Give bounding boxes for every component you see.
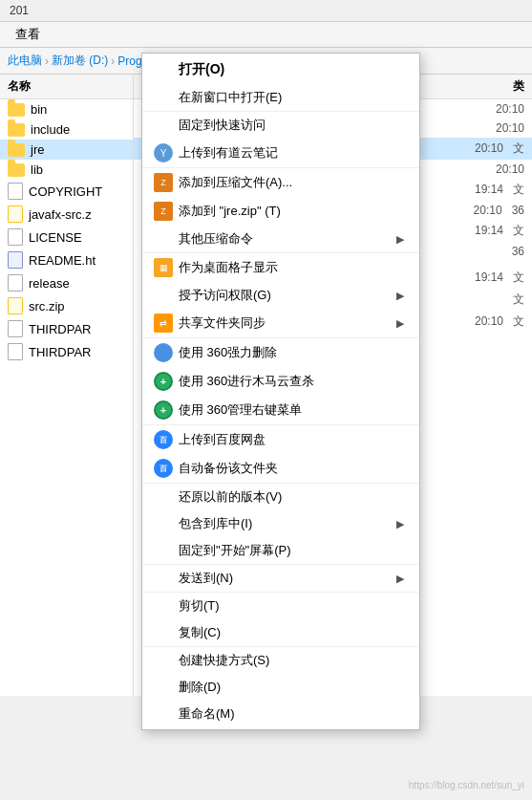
- cm-label-youdao: 上传到有道云笔记: [179, 144, 278, 162]
- cm-copy[interactable]: 复制(C): [142, 619, 419, 646]
- cm-compress-jre[interactable]: Z 添加到 "jre.zip" (T): [142, 197, 419, 226]
- cm-compress-a[interactable]: Z 添加到压缩文件(A)...: [142, 167, 419, 197]
- cm-label-rename: 重命名(M): [179, 705, 235, 723]
- compress-orange-icon: Z: [154, 173, 173, 192]
- cm-delete[interactable]: 删除(D): [142, 674, 419, 701]
- cm-pin-start[interactable]: 固定到"开始"屏幕(P): [142, 537, 419, 564]
- cm-grant-access[interactable]: 授予访问权限(G) ▶: [142, 282, 419, 309]
- cm-label-open: 打开(O): [179, 61, 224, 78]
- cm-add-to-library[interactable]: 包含到库中(I) ▶: [142, 510, 419, 537]
- cm-open[interactable]: 打开(O): [142, 55, 419, 84]
- ico-360del-icon: [154, 343, 173, 362]
- cm-label-other-compress: 其他压缩命令: [179, 230, 396, 248]
- cm-label-new-window: 在新窗口中打开(E): [179, 89, 282, 106]
- cm-rename[interactable]: 重命名(M): [142, 701, 419, 727]
- cm-360-scan[interactable]: + 使用 360进行木马云查杀: [142, 367, 419, 396]
- cm-baidu-upload[interactable]: 百 上传到百度网盘: [142, 424, 419, 454]
- cm-cut[interactable]: 剪切(T): [142, 592, 419, 619]
- arrow-icon5: ▶: [396, 573, 404, 585]
- grid-icon: ▦: [154, 258, 173, 277]
- cm-open-new-window[interactable]: 在新窗口中打开(E): [142, 84, 419, 111]
- cm-label-cut: 剪切(T): [179, 597, 220, 615]
- cm-label-restore-version: 还原以前的版本(V): [179, 488, 282, 506]
- arrow-icon: ▶: [396, 233, 404, 246]
- cm-label-grant: 授予访问权限(G): [179, 287, 396, 304]
- cm-label-auto-backup: 自动备份该文件夹: [179, 460, 278, 477]
- cm-desktop-grid[interactable]: ▦ 作为桌面格子显示: [142, 252, 419, 282]
- cm-label-360-delete: 使用 360强力删除: [179, 344, 277, 361]
- cm-label-library: 包含到库中(I): [179, 515, 396, 532]
- ico-360manage-icon: +: [154, 400, 173, 420]
- cm-share-sync[interactable]: ⇄ 共享文件夹同步 ▶: [142, 309, 419, 337]
- cm-label-compress-jre: 添加到 "jre.zip" (T): [179, 203, 281, 220]
- cm-create-shortcut[interactable]: 创建快捷方式(S): [142, 646, 419, 674]
- share-sync-icon: ⇄: [154, 314, 173, 333]
- cm-label-compress-a: 添加到压缩文件(A)...: [179, 174, 292, 191]
- cm-youdao-upload[interactable]: Y 上传到有道云笔记: [142, 139, 419, 167]
- app-container: 201 查看 此电脑 › 新加卷 (D:) › Program Files › …: [0, 0, 532, 800]
- youdao-icon: Y: [154, 143, 173, 162]
- cm-label-delete: 删除(D): [179, 679, 221, 696]
- arrow-icon2: ▶: [396, 290, 404, 302]
- cm-send-to[interactable]: 发送到(N) ▶: [142, 564, 419, 592]
- cm-label-pin-start: 固定到"开始"屏幕(P): [179, 542, 291, 559]
- baidu-backup-icon: 百: [154, 459, 173, 478]
- cm-360-manage[interactable]: + 使用 360管理右键菜单: [142, 396, 419, 424]
- context-menu: 打开(O) 在新窗口中打开(E) 固定到快速访问 Y 上传到有道云笔记 Z 添加…: [141, 53, 420, 730]
- cm-label-360-manage: 使用 360管理右键菜单: [179, 401, 302, 419]
- compress-orange-icon2: Z: [154, 202, 173, 221]
- cm-pin-quick[interactable]: 固定到快速访问: [142, 111, 419, 139]
- context-menu-overlay[interactable]: 打开(O) 在新窗口中打开(E) 固定到快速访问 Y 上传到有道云笔记 Z 添加…: [0, 0, 532, 800]
- cm-auto-backup[interactable]: 百 自动备份该文件夹: [142, 454, 419, 483]
- cm-label-baidu-upload: 上传到百度网盘: [179, 431, 266, 448]
- cm-restore-version[interactable]: 还原以前的版本(V): [142, 483, 419, 510]
- baidu-icon: 百: [154, 430, 173, 449]
- cm-other-compress[interactable]: 其他压缩命令 ▶: [142, 226, 419, 252]
- cm-label-pin: 固定到快速访问: [179, 117, 266, 134]
- cm-label-share-sync: 共享文件夹同步: [179, 314, 396, 332]
- arrow-icon3: ▶: [396, 317, 404, 330]
- cm-label-copy: 复制(C): [179, 624, 221, 641]
- cm-label-send-to: 发送到(N): [179, 570, 396, 587]
- cm-360-delete[interactable]: 使用 360强力删除: [142, 337, 419, 367]
- arrow-icon4: ▶: [396, 518, 404, 530]
- cm-label-create-shortcut: 创建快捷方式(S): [179, 652, 269, 669]
- ico-360scan-plus-icon: +: [154, 372, 173, 391]
- cm-label-desktop-grid: 作为桌面格子显示: [179, 259, 278, 276]
- cm-label-360-scan: 使用 360进行木马云查杀: [179, 373, 314, 390]
